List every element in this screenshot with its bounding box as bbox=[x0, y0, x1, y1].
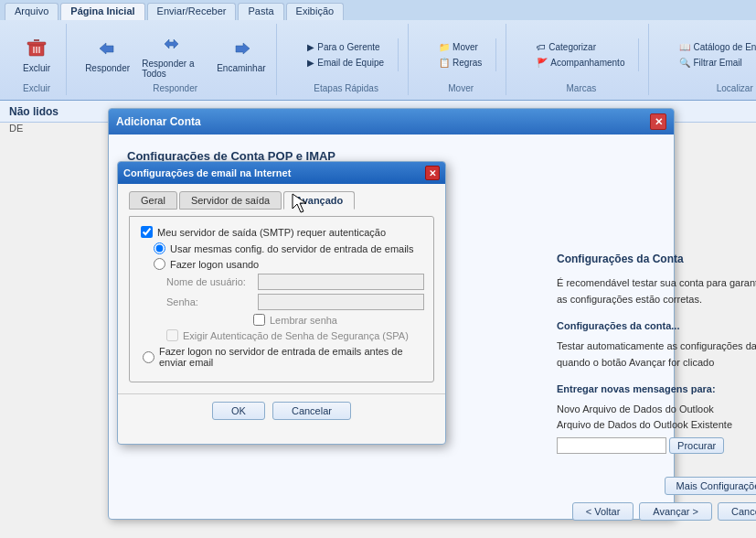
categorizar-label: Categorizar bbox=[548, 42, 596, 52]
voltar-button[interactable]: < Voltar bbox=[572, 502, 634, 521]
tab-avancado[interactable]: Avançado bbox=[283, 191, 355, 210]
tab-pasta[interactable]: Pasta bbox=[238, 3, 283, 20]
cancelar-button[interactable]: Cancelar bbox=[718, 502, 756, 521]
adicionar-conta-close-button[interactable]: ✕ bbox=[650, 113, 666, 130]
ribbon-group-responder: Responder Responder a Todos bbox=[74, 24, 277, 95]
tab-geral[interactable]: Geral bbox=[129, 191, 177, 210]
catalogo-enderecos-button[interactable]: 📖 Catálogo de Endereços bbox=[673, 40, 756, 54]
encaminhar-label: Encaminhar bbox=[217, 63, 265, 73]
password-label: Senha: bbox=[166, 296, 258, 307]
right-panel-title: Configurações da Conta bbox=[557, 251, 756, 268]
excluir-button[interactable]: Excluir bbox=[16, 32, 57, 77]
filtrar-email-button[interactable]: 🔍 Filtrar Email bbox=[673, 56, 756, 70]
responder-buttons: Responder Responder a Todos bbox=[83, 26, 267, 83]
remember-row: Lembrar senha bbox=[139, 314, 424, 326]
mais-configuracoes-button[interactable]: Mais Configurações... bbox=[665, 477, 756, 495]
remember-checkbox[interactable] bbox=[253, 314, 265, 326]
username-input[interactable] bbox=[258, 274, 424, 290]
acompanhamento-label: Acompanhamento bbox=[550, 58, 624, 68]
para-gerente-button[interactable]: ▶ Para o Gerente bbox=[301, 40, 390, 54]
remember-label: Lembrar senha bbox=[270, 315, 337, 326]
password-input[interactable] bbox=[258, 294, 424, 310]
arquivo-path-input[interactable] bbox=[557, 437, 666, 454]
ok-button[interactable]: OK bbox=[212, 402, 265, 420]
mover-small-group: 📁 Mover 📋 Regras bbox=[425, 38, 496, 71]
marcas-buttons: 🏷 Categorizar 🚩 Acompanhamento bbox=[523, 26, 639, 83]
regras-button[interactable]: 📋 Regras bbox=[432, 56, 488, 70]
inner-dialog-close-button[interactable]: ✕ bbox=[425, 166, 440, 180]
radio1-label: Usar mesmas config. do servidor de entra… bbox=[170, 243, 414, 254]
adicionar-conta-titlebar: Adicionar Conta ✕ bbox=[109, 109, 674, 134]
inner-dialog-body: Geral Servidor de saída Avançado Meu ser… bbox=[118, 184, 445, 390]
tab-servidor-saida[interactable]: Servidor de saída bbox=[179, 191, 282, 210]
acompanhamento-button[interactable]: 🚩 Acompanhamento bbox=[530, 56, 631, 70]
adicionar-conta-title: Adicionar Conta bbox=[116, 115, 201, 128]
avancar-button[interactable]: Avançar > bbox=[639, 502, 712, 521]
nao-lidos-label: Não lidos bbox=[9, 105, 59, 118]
mover-label: Mover bbox=[453, 42, 478, 52]
username-label: Nome de usuário: bbox=[166, 276, 258, 287]
tab-enviar-receber[interactable]: Enviar/Receber bbox=[147, 3, 237, 20]
email-equipe-button[interactable]: ▶ Email de Equipe bbox=[301, 56, 390, 70]
spa-checkbox[interactable] bbox=[166, 329, 178, 341]
ribbon-group-localizar: 📖 Catálogo de Endereços 🔍 Filtrar Email … bbox=[656, 24, 756, 95]
tab-pagina-inicial[interactable]: Página Inicial bbox=[60, 3, 144, 20]
regras-label: Regras bbox=[453, 58, 482, 68]
responder-icon bbox=[95, 36, 121, 61]
procurar-button[interactable]: Procurar bbox=[669, 437, 724, 454]
acompanhamento-icon: 🚩 bbox=[537, 58, 548, 68]
responder-label: Responder bbox=[85, 63, 130, 73]
responder-todos-button[interactable]: Responder a Todos bbox=[135, 27, 211, 82]
arquivo-existente-option[interactable]: Arquivo de Dados do Outlook Existente bbox=[557, 417, 756, 434]
config-conta-link[interactable]: Configurações da conta... bbox=[557, 318, 756, 335]
excluir-buttons: Excluir bbox=[16, 26, 57, 83]
right-panel-section2: Configurações da conta... Testar automat… bbox=[557, 318, 756, 371]
radio-mesmas-config[interactable] bbox=[154, 242, 165, 254]
inner-tabs: Geral Servidor de saída Avançado bbox=[129, 191, 434, 210]
localizar-buttons: 📖 Catálogo de Endereços 🔍 Filtrar Email bbox=[665, 26, 756, 83]
group-label-mover: Mover bbox=[448, 83, 474, 93]
smtp-label: Meu servidor de saída (SMTP) requer aute… bbox=[157, 227, 386, 238]
ribbon-group-mover: 📁 Mover 📋 Regras Mover bbox=[416, 24, 506, 95]
group-label-responder: Responder bbox=[153, 83, 197, 93]
ribbon-group-etapas: ▶ Para o Gerente ▶ Email de Equipe Etapa… bbox=[284, 24, 409, 95]
radio-logon-usando[interactable] bbox=[154, 258, 165, 270]
smtp-checkbox[interactable] bbox=[141, 226, 153, 238]
excluir-label: Excluir bbox=[23, 63, 50, 73]
username-row: Nome de usuário: bbox=[139, 274, 424, 290]
etapas-small-group: ▶ Para o Gerente ▶ Email de Equipe bbox=[293, 38, 399, 71]
responder-todos-label: Responder a Todos bbox=[142, 59, 205, 79]
catalogo-icon: 📖 bbox=[679, 42, 690, 52]
ribbon-tabs: Arquivo Página Inicial Enviar/Receber Pa… bbox=[0, 0, 756, 20]
marcas-small-group: 🏷 Categorizar 🚩 Acompanhamento bbox=[523, 38, 639, 71]
de-label: DE bbox=[9, 123, 23, 134]
mover-button[interactable]: 📁 Mover bbox=[432, 40, 488, 54]
novo-arquivo-option[interactable]: Novo Arquivo de Dados do Outlook bbox=[557, 402, 756, 418]
right-panel-section1: É recomendável testar sua conta para gar… bbox=[557, 275, 756, 307]
tab-exibicao[interactable]: Exibição bbox=[286, 3, 345, 20]
encaminhar-button[interactable]: Encaminhar bbox=[215, 32, 267, 77]
mover-buttons: 📁 Mover 📋 Regras bbox=[425, 26, 496, 83]
categorizar-icon: 🏷 bbox=[537, 42, 546, 52]
spa-row: Exigir Autenticação de Senha de Seguranç… bbox=[139, 329, 424, 341]
encaminhar-icon bbox=[229, 36, 254, 61]
radio1-row: Usar mesmas config. do servidor de entra… bbox=[139, 242, 424, 254]
group-label-localizar: Localizar bbox=[717, 83, 753, 93]
responder-button[interactable]: Responder bbox=[83, 32, 132, 77]
email-equipe-label: Email de Equipe bbox=[317, 58, 384, 68]
inner-cancelar-button[interactable]: Cancelar bbox=[272, 402, 351, 420]
inner-dialog-titlebar: Configurações de email na Internet ✕ bbox=[118, 162, 445, 184]
catalogo-label: Catálogo de Endereços bbox=[693, 42, 756, 52]
radio2-label: Fazer logon usando bbox=[170, 259, 259, 270]
ribbon-content: Excluir Excluir Responder bbox=[0, 20, 756, 101]
categorizar-button[interactable]: 🏷 Categorizar bbox=[530, 40, 631, 54]
tab-arquivo[interactable]: Arquivo bbox=[5, 3, 59, 20]
radio-logon-entrada[interactable] bbox=[143, 351, 154, 363]
para-gerente-label: Para o Gerente bbox=[317, 42, 379, 52]
etapas-buttons: ▶ Para o Gerente ▶ Email de Equipe bbox=[293, 26, 399, 83]
ribbon-group-marcas: 🏷 Categorizar 🚩 Acompanhamento Marcas bbox=[514, 24, 649, 95]
regras-icon: 📋 bbox=[439, 58, 450, 68]
password-row: Senha: bbox=[139, 294, 424, 310]
smtp-checkbox-row: Meu servidor de saída (SMTP) requer aute… bbox=[139, 226, 424, 238]
nav-buttons: < Voltar Avançar > Cancelar bbox=[557, 502, 756, 521]
